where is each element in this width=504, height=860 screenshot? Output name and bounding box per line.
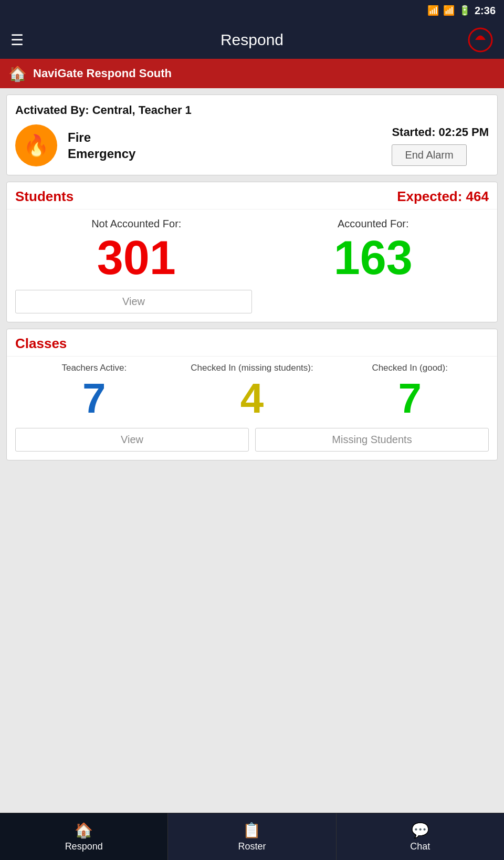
app-header: ☰ Respond — [0, 21, 504, 59]
nav-chat[interactable]: 💬 Chat — [337, 813, 504, 860]
students-expected: Expected: 464 — [397, 188, 489, 205]
accounted-value: 163 — [334, 234, 413, 281]
classes-labels-row: Teachers Active: Checked In (missing stu… — [7, 356, 497, 373]
menu-icon[interactable]: ☰ — [10, 32, 24, 49]
emergency-type-line2: Emergency — [68, 145, 381, 162]
sub-header: 🏠 NaviGate Respond South — [0, 59, 504, 88]
students-counts: Not Accounted For: 301 Accounted For: 16… — [7, 209, 497, 290]
checked-in-good-value: 7 — [331, 377, 489, 419]
students-card: Students Expected: 464 Not Accounted For… — [6, 182, 498, 322]
students-header: Students Expected: 464 — [7, 182, 497, 209]
not-accounted-group: Not Accounted For: 301 — [91, 218, 181, 281]
fire-icon: 🔥 — [15, 124, 57, 166]
students-view-button[interactable]: View — [15, 290, 252, 313]
checked-in-missing-label: Checked In (missing students): — [173, 363, 331, 373]
alarm-icon[interactable] — [467, 27, 494, 53]
respond-nav-label: Respond — [65, 841, 103, 852]
chat-nav-label: Chat — [410, 841, 430, 852]
alarm-type: Fire Emergency — [68, 129, 381, 162]
activated-by: Activated By: Central, Teacher 1 — [15, 103, 489, 117]
status-bar: 📶 📶 🔋 2:36 — [0, 0, 504, 21]
alarm-started: Started: 02:25 PM — [392, 125, 489, 139]
wifi-icon: 📶 — [427, 5, 439, 16]
missing-students-button[interactable]: Missing Students — [255, 428, 489, 452]
accounted-group: Accounted For: 163 — [334, 218, 413, 281]
emergency-type-line1: Fire — [68, 129, 381, 145]
classes-header: Classes — [7, 329, 497, 356]
home-icon[interactable]: 🏠 — [8, 65, 27, 82]
accounted-label: Accounted For: — [338, 218, 409, 230]
main-content: Activated By: Central, Teacher 1 🔥 Fire … — [0, 88, 504, 813]
classes-card: Classes Teachers Active: Checked In (mis… — [6, 329, 498, 460]
not-accounted-label: Not Accounted For: — [91, 218, 181, 230]
end-alarm-button[interactable]: End Alarm — [392, 144, 466, 166]
status-time: 2:36 — [475, 5, 496, 17]
battery-icon: 🔋 — [459, 5, 470, 16]
classes-counts-row: 7 4 7 — [7, 373, 497, 428]
app-title: Respond — [220, 31, 284, 49]
signal-icon: 📶 — [443, 5, 455, 16]
checked-in-good-label: Checked In (good): — [331, 363, 489, 373]
roster-nav-icon: 📋 — [243, 822, 261, 839]
teachers-active-label: Teachers Active: — [15, 363, 173, 373]
students-title: Students — [15, 188, 74, 205]
bottom-nav: 🏠 Respond 📋 Roster 💬 Chat — [0, 813, 504, 860]
nav-roster[interactable]: 📋 Roster — [168, 813, 336, 860]
not-accounted-value: 301 — [97, 234, 176, 281]
students-view-row: View — [7, 290, 497, 322]
chat-nav-icon: 💬 — [411, 822, 429, 839]
alarm-right: Started: 02:25 PM End Alarm — [392, 125, 489, 166]
teachers-active-value: 7 — [15, 377, 173, 419]
classes-title: Classes — [15, 335, 67, 351]
classes-view-button[interactable]: View — [15, 428, 249, 452]
fire-emoji: 🔥 — [23, 133, 49, 158]
checked-in-missing-value: 4 — [173, 377, 331, 419]
roster-nav-label: Roster — [238, 841, 266, 852]
school-name: NaviGate Respond South — [33, 67, 172, 80]
respond-nav-icon: 🏠 — [75, 822, 93, 839]
alarm-card: Activated By: Central, Teacher 1 🔥 Fire … — [6, 95, 498, 175]
nav-respond[interactable]: 🏠 Respond — [0, 813, 168, 860]
classes-buttons-row: View Missing Students — [7, 428, 497, 460]
